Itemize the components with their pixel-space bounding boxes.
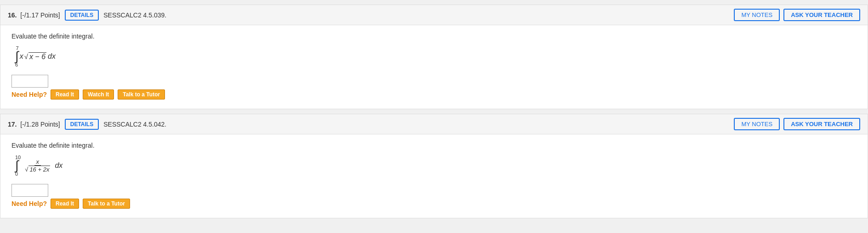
answer-area-16 — [11, 75, 857, 88]
problem-number-16: 16. [-/1.17 Points] — [8, 11, 60, 19]
need-help-17: Need Help? Read It Talk to a Tutor — [11, 199, 857, 209]
problem-instruction-16: Evaluate the definite integral. — [11, 33, 857, 40]
problem-header-16: 16. [-/1.17 Points] DETAILS SESSCALC2 4.… — [0, 5, 868, 25]
details-button-16[interactable]: DETAILS — [65, 10, 99, 21]
integrand-16: x √ x − 6 dx — [20, 52, 56, 61]
header-right-16: MY NOTES ASK YOUR TEACHER — [734, 9, 860, 21]
ask-teacher-button-17[interactable]: ASK YOUR TEACHER — [783, 118, 860, 130]
problem-body-16: Evaluate the definite integral. 7 ∫ 6 x … — [0, 25, 868, 109]
integrand-17: x √ 16 + 2x dx — [22, 158, 62, 173]
math-formula-16: 7 ∫ 6 x √ x − 6 dx — [15, 45, 857, 67]
problem-instruction-17: Evaluate the definite integral. — [11, 142, 857, 149]
problem-card-17: 17. [-/1.28 Points] DETAILS SESSCALC2 4.… — [0, 114, 868, 218]
talk-to-tutor-button-16[interactable]: Talk to a Tutor — [118, 89, 165, 100]
problem-code-16: SESSCALC2 4.5.039. — [103, 11, 729, 19]
read-it-button-17[interactable]: Read It — [51, 199, 79, 209]
integral-symbol-16: 7 ∫ 6 — [15, 45, 19, 67]
read-it-button-16[interactable]: Read It — [51, 89, 79, 100]
problem-number-17: 17. [-/1.28 Points] — [8, 121, 60, 128]
details-button-17[interactable]: DETAILS — [65, 119, 99, 130]
problem-code-17: SESSCALC2 4.5.042. — [103, 121, 729, 128]
header-right-17: MY NOTES ASK YOUR TEACHER — [734, 118, 860, 130]
problem-body-17: Evaluate the definite integral. 10 ∫ 0 x… — [0, 134, 868, 218]
answer-input-17[interactable] — [11, 184, 48, 197]
talk-to-tutor-button-17[interactable]: Talk to a Tutor — [83, 199, 130, 209]
integral-symbol-17: 10 ∫ 0 — [15, 155, 21, 177]
problem-card-16: 16. [-/1.17 Points] DETAILS SESSCALC2 4.… — [0, 5, 868, 109]
need-help-label-17: Need Help? — [11, 200, 47, 207]
answer-input-16[interactable] — [11, 75, 48, 88]
answer-area-17 — [11, 184, 857, 197]
need-help-16: Need Help? Read It Watch It Talk to a Tu… — [11, 89, 857, 100]
ask-teacher-button-16[interactable]: ASK YOUR TEACHER — [783, 9, 860, 21]
my-notes-button-17[interactable]: MY NOTES — [734, 118, 780, 130]
watch-it-button-16[interactable]: Watch It — [83, 89, 114, 100]
my-notes-button-16[interactable]: MY NOTES — [734, 9, 780, 21]
need-help-label-16: Need Help? — [11, 91, 47, 98]
problem-header-17: 17. [-/1.28 Points] DETAILS SESSCALC2 4.… — [0, 114, 868, 134]
math-formula-17: 10 ∫ 0 x √ 16 + 2x dx — [15, 155, 857, 177]
